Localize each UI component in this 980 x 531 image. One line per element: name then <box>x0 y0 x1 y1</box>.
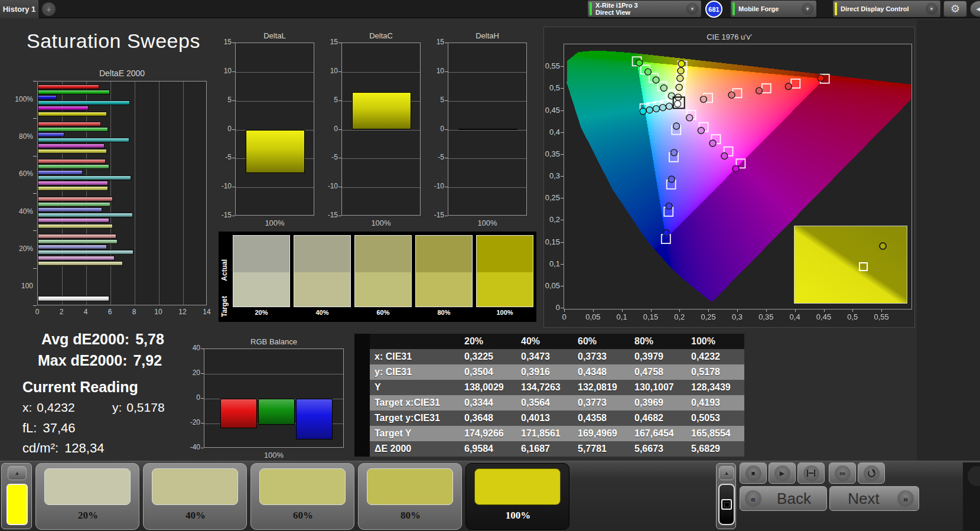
de-bar-green-80% <box>38 127 108 132</box>
swatch-comparison-panel: Actual Target 20%40%60%80%100% <box>219 232 536 322</box>
x-tick-label: 4 <box>79 308 93 316</box>
y-tick-label: -20 <box>179 418 200 426</box>
x-tick-label: 0,2 <box>668 312 691 321</box>
y-tick-mark <box>338 71 341 72</box>
y-tick-mark <box>201 448 204 448</box>
page-title: Saturation Sweeps <box>27 30 200 53</box>
x-tick-label: 0,55 <box>870 312 893 321</box>
table-row: Target Y174,9266171,8561169,4969167,6454… <box>354 426 744 441</box>
patch-button-40%[interactable]: 40% <box>143 463 247 530</box>
x-tick-mark <box>564 310 565 312</box>
table-cell: 0,5053 <box>691 413 743 424</box>
x-tick-mark <box>824 310 825 312</box>
play-button[interactable]: ▶ <box>769 462 796 484</box>
y-tick-mark <box>33 156 37 157</box>
table-cell: 0,4758 <box>634 367 686 377</box>
x-tick-label: 0,25 <box>696 312 720 321</box>
tab-history-1[interactable]: History 1 <box>0 0 39 18</box>
y-tick-label: 0,15 <box>532 237 560 246</box>
compare-swatch-100% <box>476 235 533 307</box>
table-cell: 0,4193 <box>691 398 743 408</box>
cut-off-button[interactable] <box>968 466 980 486</box>
y-tick-label: 0,55 <box>532 61 560 70</box>
inset-target-point <box>859 262 868 271</box>
add-tab-button[interactable]: + <box>42 2 56 16</box>
y-tick-mark <box>561 110 564 111</box>
patch-swatch <box>152 468 238 505</box>
target-swatch <box>355 272 411 307</box>
x-tick-mark <box>737 310 738 312</box>
compare-swatch-label: 100% <box>476 309 533 316</box>
continuous-measure-button[interactable]: ∞ <box>829 462 856 484</box>
y-tick-mark <box>232 129 235 130</box>
loop-button[interactable] <box>858 462 885 484</box>
back-button[interactable]: « Back <box>740 486 827 511</box>
deltah-title: DeltaH <box>448 31 527 40</box>
next-button[interactable]: Next » <box>829 486 919 511</box>
de-bar-green-100% <box>38 90 110 95</box>
stop-button[interactable]: ■ <box>740 462 767 484</box>
patch-label: 40% <box>144 510 248 522</box>
patch-scroll-up-button[interactable]: ▲ <box>719 466 734 480</box>
meter-count-badge[interactable]: 681 <box>705 1 722 18</box>
deltal-plot <box>235 43 314 216</box>
chevron-down-icon[interactable]: ▼ <box>926 3 937 15</box>
settings-button[interactable]: ⚙ <box>943 1 967 17</box>
y-tick-label: 15 <box>423 38 444 46</box>
display-control-dropdown[interactable]: Direct Display Control ▼ <box>833 1 940 17</box>
de-bar-cyan-20% <box>38 250 134 255</box>
y-tick-mark <box>561 176 564 177</box>
single-measure-button[interactable] <box>797 462 825 484</box>
collapse-panel-button[interactable]: ◀ <box>970 1 980 17</box>
meter-label: X-Rite i1Pro 3 Direct View <box>592 2 642 16</box>
x-tick-label: 12 <box>175 308 190 316</box>
table-cell: 0,3773 <box>578 398 630 408</box>
y-tick-label: 15 <box>317 38 338 46</box>
infinity-icon: ∞ <box>835 465 851 481</box>
target-swatch <box>416 272 472 307</box>
table-row: y: CIE310,35040,39160,43480,47580,5178 <box>354 364 744 380</box>
y-tick-mark <box>338 216 341 216</box>
inset-measured-point <box>879 242 887 250</box>
deltac-title: DeltaC <box>341 31 421 40</box>
y-tick-mark <box>561 264 564 265</box>
patch-button-60%[interactable]: 60% <box>250 463 354 530</box>
rgb-bar-green <box>258 399 295 425</box>
source-dropdown[interactable]: Mobile Forge ▼ <box>731 1 816 17</box>
de-bar-blue-20% <box>38 245 107 249</box>
chevron-down-icon[interactable]: ▼ <box>686 3 698 15</box>
x-tick-mark <box>766 310 767 312</box>
gridline <box>236 72 314 73</box>
deltae2000-title: DeltaE 2000 <box>37 69 207 78</box>
de-bar-magenta-100% <box>38 106 89 110</box>
patch-button-100%[interactable]: 100% <box>465 463 569 530</box>
patch-swatch <box>259 468 346 505</box>
y-tick-label: 10 <box>423 67 444 75</box>
y-tick-mark <box>561 132 564 133</box>
gridline <box>342 72 420 73</box>
x-tick-label: 8 <box>127 308 141 316</box>
patch-button-20%[interactable]: 20% <box>35 463 139 530</box>
y-tick-mark <box>561 220 564 220</box>
target-row-label: Target <box>220 274 229 339</box>
patch-window-button[interactable] <box>718 484 735 525</box>
chevron-down-icon[interactable]: ▼ <box>802 3 813 15</box>
y-tick-label: 0,35 <box>532 149 560 158</box>
compare-swatch-label: 20% <box>233 309 290 316</box>
table-cell: 0,3564 <box>521 398 573 408</box>
patch-button-80%[interactable]: 80% <box>358 463 462 530</box>
table-cell: 0,4682 <box>634 413 686 424</box>
x-tick-mark <box>708 310 709 312</box>
y-tick-mark <box>338 187 341 187</box>
meter-dropdown[interactable]: X-Rite i1Pro 3 Direct View ▼ <box>588 1 701 17</box>
stop-icon: ■ <box>745 465 761 481</box>
table-cell: 0,3979 <box>634 351 686 362</box>
y-tick-label: 0,2 <box>532 215 560 224</box>
de-bar-cyan-40% <box>38 213 133 217</box>
y-tick-mark <box>338 158 341 158</box>
table-header-row: 20%40%60%80%100% <box>354 334 744 349</box>
x-tick-label: 0,1 <box>610 312 634 321</box>
x-tick-mark <box>651 310 652 312</box>
deltah-bar <box>458 129 518 130</box>
table-cell: 0,4348 <box>578 367 630 377</box>
